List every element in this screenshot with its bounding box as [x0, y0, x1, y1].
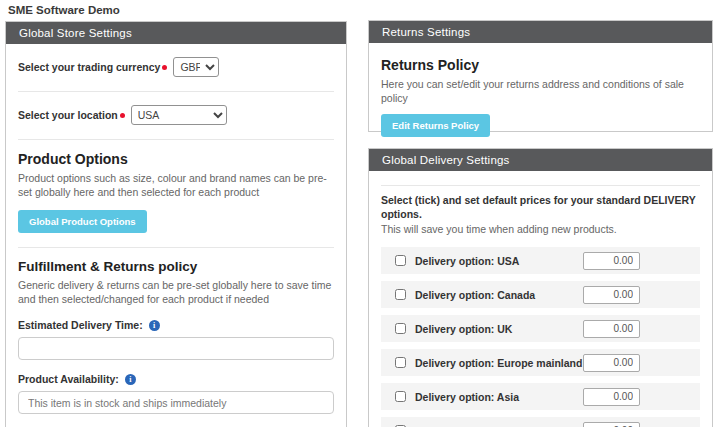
info-icon[interactable]: i — [149, 320, 160, 331]
returns-settings-panel: Returns Settings Returns Policy Here you… — [368, 20, 713, 132]
delivery-option-checkbox[interactable] — [395, 255, 406, 266]
fulfillment-returns-heading: Fulfillment & Returns policy — [18, 259, 334, 274]
global-delivery-settings-header: Global Delivery Settings — [369, 149, 712, 171]
page-title: SME Software Demo — [8, 4, 120, 16]
global-product-options-button[interactable]: Global Product Options — [18, 210, 147, 233]
trading-currency-label: Select your trading currency — [18, 61, 160, 73]
delivery-instruction: Select (tick) and set default prices for… — [381, 194, 700, 221]
delivery-instruction-sub: This will save you time when adding new … — [381, 223, 700, 235]
global-delivery-settings-panel: Global Delivery Settings Select (tick) a… — [368, 148, 713, 427]
delivery-option-row-australia: Delivery option: Australia — [381, 417, 700, 427]
delivery-price-input[interactable] — [583, 286, 640, 304]
delivery-option-label: Delivery option: Europe mainland — [415, 357, 583, 369]
required-marker-icon — [120, 113, 125, 118]
delivery-option-row-canada: Delivery option: Canada — [381, 281, 700, 308]
delivery-option-checkbox[interactable] — [395, 289, 406, 300]
product-options-heading: Product Options — [18, 151, 334, 167]
divider — [381, 185, 700, 186]
delivery-price-input[interactable] — [583, 354, 640, 372]
trading-currency-select[interactable]: GBP — [173, 57, 219, 77]
location-label: Select your location — [18, 109, 118, 121]
delivery-options-list: Delivery option: USA Delivery option: Ca… — [381, 247, 700, 427]
location-select[interactable]: USA — [131, 105, 227, 125]
delivery-price-input[interactable] — [583, 252, 640, 270]
delivery-option-label: Delivery option: UK — [415, 323, 583, 335]
divider — [18, 247, 334, 248]
required-marker-icon — [162, 65, 167, 70]
global-store-settings-header: Global Store Settings — [6, 22, 346, 44]
estimated-delivery-time-label: Estimated Delivery Time: — [18, 319, 143, 331]
global-store-settings-panel: Global Store Settings Select your tradin… — [5, 21, 347, 427]
settings-page: SME Software Demo Global Store Settings … — [0, 0, 717, 427]
estimated-delivery-time-label-row: Estimated Delivery Time: i — [18, 319, 334, 331]
delivery-option-checkbox[interactable] — [395, 357, 406, 368]
delivery-option-row-usa: Delivery option: USA — [381, 247, 700, 274]
delivery-price-input[interactable] — [583, 388, 640, 406]
delivery-option-label: Delivery option: Canada — [415, 289, 583, 301]
delivery-option-checkbox[interactable] — [395, 323, 406, 334]
delivery-option-row-europe-mainland: Delivery option: Europe mainland — [381, 349, 700, 376]
product-options-description: Product options such as size, colour and… — [18, 172, 334, 200]
delivery-option-label: Delivery option: USA — [415, 255, 583, 267]
estimated-delivery-time-input[interactable] — [18, 337, 334, 360]
product-availability-input[interactable] — [18, 391, 334, 414]
product-availability-label-row: Product Availability: i — [18, 373, 334, 385]
delivery-option-row-asia: Delivery option: Asia — [381, 383, 700, 410]
returns-policy-description: Here you can set/edit your returns addre… — [381, 78, 700, 106]
product-availability-label: Product Availability: — [18, 373, 119, 385]
info-icon[interactable]: i — [125, 374, 136, 385]
delivery-option-row-uk: Delivery option: UK — [381, 315, 700, 342]
delivery-price-input[interactable] — [583, 422, 640, 427]
location-row: Select your location USA — [18, 105, 334, 125]
returns-settings-header: Returns Settings — [369, 21, 712, 43]
delivery-option-checkbox[interactable] — [395, 391, 406, 402]
delivery-option-label: Delivery option: Asia — [415, 391, 583, 403]
returns-policy-heading: Returns Policy — [381, 57, 700, 73]
fulfillment-returns-description: Generic delivery & returns can be pre-se… — [18, 279, 334, 307]
divider — [18, 91, 334, 92]
delivery-price-input[interactable] — [583, 320, 640, 338]
divider — [18, 139, 334, 140]
edit-returns-policy-button[interactable]: Edit Returns Policy — [381, 114, 490, 137]
trading-currency-row: Select your trading currency GBP — [18, 57, 334, 77]
